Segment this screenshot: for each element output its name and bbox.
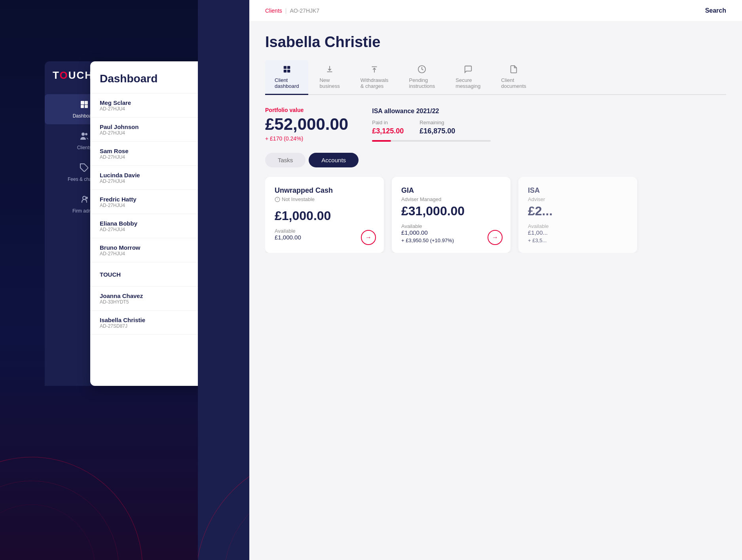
search-button[interactable]: Search: [705, 7, 726, 14]
svg-point-0: [0, 457, 142, 560]
tab-withdrawals-label: Withdrawals& charges: [361, 77, 389, 89]
svg-point-10: [83, 196, 86, 199]
isa-block: ISA allowance 2021/22 Paid in £3,125.00 …: [372, 108, 726, 142]
main-content: Clients | AO-27HJK7 Search Isabella Chri…: [249, 0, 742, 560]
card-investable-status: Not Investable: [275, 196, 374, 202]
clients-label: Clients: [77, 145, 92, 150]
withdrawals-icon: [370, 65, 379, 76]
card-arrow-unwrapped[interactable]: →: [361, 230, 376, 245]
account-card-gia: GIA Adviser Managed £31,000.00 Available…: [392, 177, 510, 253]
tab-documents-label: Clientdocuments: [501, 77, 526, 89]
isa-title: ISA allowance 2021/22: [372, 108, 726, 115]
tab-messaging-label: Securemessaging: [455, 77, 480, 89]
sidebar-logo: TOUCH: [45, 69, 93, 82]
card-change-gia: + £3,950.50 (+10.97%): [401, 237, 501, 243]
portfolio-label: Portfolio value: [265, 107, 348, 113]
main-topbar: Clients | AO-27HJK7 Search: [249, 0, 742, 22]
svg-rect-6: [85, 105, 88, 108]
portfolio-section: Portfolio value £52,000.00 + £170 (0.24%…: [265, 107, 726, 142]
card-amount-gia: £31,000.00: [401, 204, 501, 218]
svg-rect-3: [81, 101, 84, 104]
account-card-unwrapped: Unwrapped Cash Not Investable £1,000.00 …: [265, 177, 384, 253]
svg-rect-26: [283, 70, 286, 72]
card-arrow-gia[interactable]: →: [488, 230, 503, 245]
tab-pending[interactable]: Pendinginstructions: [400, 60, 445, 95]
svg-point-7: [82, 133, 85, 136]
breadcrumb-clients[interactable]: Clients: [265, 8, 282, 14]
isa-row: Paid in £3,125.00 Remaining £16,875.00: [372, 120, 726, 135]
tab-pending-label: Pendinginstructions: [409, 77, 435, 89]
pending-icon: [417, 65, 426, 76]
portfolio-value-block: Portfolio value £52,000.00 + £170 (0.24%…: [265, 107, 348, 142]
card-amount-isa: £2...: [528, 204, 628, 218]
card-type-gia: GIA: [401, 186, 501, 195]
tab-accounts[interactable]: Accounts: [309, 153, 359, 167]
client-name-heading: Isabella Christie: [265, 34, 726, 51]
tab-new-business[interactable]: Newbusiness: [310, 60, 349, 95]
firm-admin-icon: [80, 195, 89, 207]
portfolio-amount: £52,000.00: [265, 115, 348, 134]
card-type-isa: ISA: [528, 186, 628, 195]
tab-documents[interactable]: Clientdocuments: [492, 60, 536, 95]
card-available-label-unwrapped: Available: [275, 228, 374, 234]
accounts-tabs: Tasks Accounts: [265, 153, 726, 167]
isa-paid-in: Paid in £3,125.00: [372, 120, 404, 135]
card-available-amount-gia: £1,000.00: [401, 229, 501, 236]
card-available-amount-unwrapped: £1,000.00: [275, 234, 374, 241]
svg-point-2: [0, 505, 95, 560]
svg-point-11: [85, 197, 88, 199]
svg-rect-4: [85, 101, 88, 104]
svg-point-1: [0, 481, 119, 560]
main-body: Isabella Christie Clientdashboard: [249, 22, 742, 265]
isa-progress-bar: [372, 140, 491, 142]
breadcrumb-id: AO-27HJK7: [290, 8, 319, 14]
svg-point-8: [85, 133, 87, 135]
card-available-label-gia: Available: [401, 223, 501, 229]
tab-withdrawals[interactable]: Withdrawals& charges: [351, 60, 398, 95]
dashboard-icon: [80, 100, 89, 112]
messaging-icon: [464, 65, 473, 76]
new-business-icon: [325, 65, 334, 76]
tab-navigation: Clientdashboard Newbusiness: [265, 60, 726, 95]
not-investable-label: Not Investable: [282, 196, 315, 202]
tab-tasks[interactable]: Tasks: [265, 153, 306, 167]
card-amount-unwrapped: £1,000.00: [275, 209, 374, 223]
fees-icon: [80, 163, 89, 175]
client-dashboard-icon: [283, 65, 291, 76]
account-cards: Unwrapped Cash Not Investable £1,000.00 …: [265, 177, 726, 253]
account-card-isa: ISA Adviser £2... Available £1,00... + £…: [518, 177, 637, 253]
tab-client-dashboard[interactable]: Clientdashboard: [265, 60, 308, 95]
card-available-label-isa: Available: [528, 223, 628, 229]
bg-decor: [0, 402, 198, 560]
isa-remaining: Remaining £16,875.00: [419, 120, 455, 135]
isa-progress-fill: [372, 140, 391, 142]
tab-messaging[interactable]: Securemessaging: [446, 60, 490, 95]
card-available-amount-isa: £1,00...: [528, 229, 628, 236]
card-type-unwrapped: Unwrapped Cash: [275, 186, 374, 195]
card-sub-gia: Adviser Managed: [401, 196, 501, 202]
svg-rect-25: [287, 66, 290, 69]
portfolio-change: + £170 (0.24%): [265, 135, 348, 142]
card-change-isa: + £3,5...: [528, 237, 628, 243]
svg-rect-27: [287, 70, 290, 72]
clients-icon: [80, 131, 89, 143]
svg-rect-24: [283, 66, 286, 69]
svg-rect-5: [81, 105, 84, 108]
tab-new-business-label: Newbusiness: [319, 77, 340, 89]
breadcrumb: Clients | AO-27HJK7: [265, 8, 319, 14]
documents-icon: [509, 65, 518, 76]
card-sub-isa: Adviser: [528, 196, 628, 202]
tab-client-dashboard-label: Clientdashboard: [275, 77, 299, 89]
